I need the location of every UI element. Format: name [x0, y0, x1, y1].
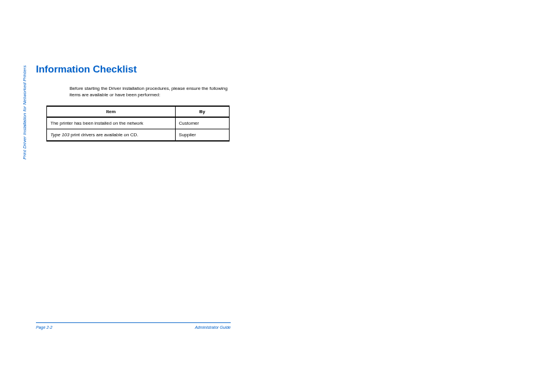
table-header-row: Item By — [47, 106, 230, 117]
cell-item: The printer has been installed on the ne… — [47, 117, 176, 129]
header-by: By — [175, 106, 229, 117]
cell-item-text: The printer has been installed on the ne… — [50, 121, 143, 126]
table-row: Type 103 print drivers are available on … — [47, 129, 230, 141]
table-row: The printer has been installed on the ne… — [47, 117, 230, 129]
header-item: Item — [47, 106, 176, 117]
intro-paragraph: Before starting the Driver installation … — [70, 86, 229, 99]
cell-item-text: print drivers are available on CD. — [70, 132, 139, 137]
footer-rule — [36, 322, 231, 323]
footer-page-number: Page 2-2 — [36, 325, 52, 329]
page-title: Information Checklist — [36, 64, 231, 75]
cell-by: Customer — [175, 117, 229, 129]
cell-item: Type 103 print drivers are available on … — [47, 129, 176, 141]
cell-item-prefix: Type 103 — [50, 132, 70, 137]
footer-doc-label: Administrator Guide — [195, 325, 231, 329]
checklist-table: Item By The printer has been installed o… — [46, 106, 230, 141]
side-section-text: Print Driver Installation for Networked … — [22, 66, 27, 159]
page-footer: Page 2-2 Administrator Guide — [36, 325, 231, 329]
cell-by: Supplier — [175, 129, 229, 141]
page-content: Information Checklist Before starting th… — [36, 64, 231, 141]
